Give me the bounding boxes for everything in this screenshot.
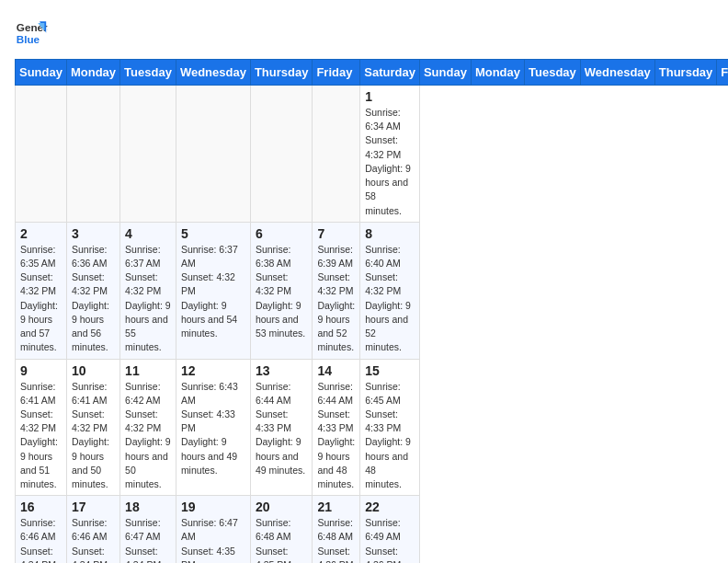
calendar-week-row: 16Sunrise: 6:46 AMSunset: 4:34 PMDayligh… [16,496,729,563]
day-number: 2 [20,226,62,241]
day-info: Sunrise: 6:42 AMSunset: 4:32 PMDaylight:… [125,380,171,492]
calendar-cell: 1Sunrise: 6:34 AMSunset: 4:32 PMDaylight… [360,86,420,223]
day-info: Sunrise: 6:38 AMSunset: 4:32 PMDaylight:… [256,243,308,341]
calendar-table: SundayMondayTuesdayWednesdayThursdayFrid… [15,59,728,563]
calendar-cell [16,86,67,223]
day-number: 4 [125,226,171,241]
day-number: 7 [317,226,355,241]
day-number: 8 [365,226,415,241]
calendar-cell: 20Sunrise: 6:48 AMSunset: 4:35 PMDayligh… [250,496,313,563]
day-number: 15 [365,363,415,378]
weekday-header-sunday: Sunday [16,60,67,86]
calendar-cell: 8Sunrise: 6:40 AMSunset: 4:32 PMDaylight… [360,222,420,359]
calendar-cell: 21Sunrise: 6:48 AMSunset: 4:36 PMDayligh… [313,496,360,563]
day-number: 11 [125,363,171,378]
day-number: 20 [256,500,308,514]
day-number: 19 [181,500,245,514]
weekday-header-friday: Friday [313,60,360,86]
calendar-cell: 18Sunrise: 6:47 AMSunset: 4:34 PMDayligh… [120,496,176,563]
day-number: 3 [72,226,115,241]
day-number: 16 [20,500,62,514]
calendar-cell: 12Sunrise: 6:43 AMSunset: 4:33 PMDayligh… [176,359,250,496]
logo-icon: General Blue [15,15,48,48]
calendar-week-row: 2Sunrise: 6:35 AMSunset: 4:32 PMDaylight… [16,222,729,359]
calendar-cell: 19Sunrise: 6:47 AMSunset: 4:35 PMDayligh… [176,496,250,563]
calendar-cell [66,86,119,223]
weekday-header-tuesday: Tuesday [525,60,581,86]
page-header: General Blue [15,15,713,48]
weekday-header-tuesday: Tuesday [120,60,176,86]
calendar-cell: 4Sunrise: 6:37 AMSunset: 4:32 PMDaylight… [120,222,176,359]
day-number: 1 [365,89,415,104]
day-number: 13 [256,363,308,378]
day-info: Sunrise: 6:46 AMSunset: 4:34 PMDaylight:… [72,516,115,563]
weekday-header-sunday: Sunday [419,60,471,86]
calendar-cell: 9Sunrise: 6:41 AMSunset: 4:32 PMDaylight… [16,359,67,496]
calendar-cell: 16Sunrise: 6:46 AMSunset: 4:34 PMDayligh… [16,496,67,563]
weekday-header-monday: Monday [471,60,524,86]
day-info: Sunrise: 6:49 AMSunset: 4:36 PMDaylight:… [365,516,415,563]
day-number: 10 [72,363,115,378]
day-info: Sunrise: 6:44 AMSunset: 4:33 PMDaylight:… [317,380,355,492]
weekday-header-wednesday: Wednesday [580,60,654,86]
calendar-cell: 2Sunrise: 6:35 AMSunset: 4:32 PMDaylight… [16,222,67,359]
day-number: 6 [256,226,308,241]
calendar-cell: 14Sunrise: 6:44 AMSunset: 4:33 PMDayligh… [313,359,360,496]
calendar-cell: 22Sunrise: 6:49 AMSunset: 4:36 PMDayligh… [360,496,420,563]
weekday-header-saturday: Saturday [360,60,420,86]
weekday-header-friday: Friday [717,60,728,86]
day-info: Sunrise: 6:39 AMSunset: 4:32 PMDaylight:… [317,243,355,355]
day-number: 22 [365,500,415,514]
calendar-cell: 7Sunrise: 6:39 AMSunset: 4:32 PMDaylight… [313,222,360,359]
calendar-cell [250,86,313,223]
calendar-week-row: 1Sunrise: 6:34 AMSunset: 4:32 PMDaylight… [16,86,729,223]
day-info: Sunrise: 6:43 AMSunset: 4:33 PMDaylight:… [181,380,245,478]
calendar-cell [313,86,360,223]
day-info: Sunrise: 6:34 AMSunset: 4:32 PMDaylight:… [365,106,415,218]
calendar-cell: 6Sunrise: 6:38 AMSunset: 4:32 PMDaylight… [250,222,313,359]
calendar-week-row: 9Sunrise: 6:41 AMSunset: 4:32 PMDaylight… [16,359,729,496]
day-info: Sunrise: 6:47 AMSunset: 4:34 PMDaylight:… [125,516,171,563]
calendar-cell [120,86,176,223]
day-info: Sunrise: 6:41 AMSunset: 4:32 PMDaylight:… [20,380,62,492]
day-number: 12 [181,363,245,378]
calendar-cell: 11Sunrise: 6:42 AMSunset: 4:32 PMDayligh… [120,359,176,496]
svg-text:Blue: Blue [17,33,40,45]
calendar-cell [176,86,250,223]
day-number: 14 [317,363,355,378]
day-number: 18 [125,500,171,514]
day-info: Sunrise: 6:37 AMSunset: 4:32 PMDaylight:… [181,243,245,341]
calendar-cell: 3Sunrise: 6:36 AMSunset: 4:32 PMDaylight… [66,222,119,359]
day-info: Sunrise: 6:46 AMSunset: 4:34 PMDaylight:… [20,516,62,563]
day-info: Sunrise: 6:44 AMSunset: 4:33 PMDaylight:… [256,380,308,478]
calendar-cell: 17Sunrise: 6:46 AMSunset: 4:34 PMDayligh… [66,496,119,563]
day-info: Sunrise: 6:47 AMSunset: 4:35 PMDaylight:… [181,516,245,563]
weekday-header-thursday: Thursday [250,60,313,86]
day-info: Sunrise: 6:36 AMSunset: 4:32 PMDaylight:… [72,243,115,355]
day-number: 21 [317,500,355,514]
calendar-cell: 10Sunrise: 6:41 AMSunset: 4:32 PMDayligh… [66,359,119,496]
day-info: Sunrise: 6:45 AMSunset: 4:33 PMDaylight:… [365,380,415,492]
calendar-header-row: SundayMondayTuesdayWednesdayThursdayFrid… [16,60,729,86]
day-number: 5 [181,226,245,241]
day-info: Sunrise: 6:48 AMSunset: 4:35 PMDaylight:… [256,516,308,563]
day-info: Sunrise: 6:48 AMSunset: 4:36 PMDaylight:… [317,516,355,563]
day-info: Sunrise: 6:41 AMSunset: 4:32 PMDaylight:… [72,380,115,492]
calendar-cell: 13Sunrise: 6:44 AMSunset: 4:33 PMDayligh… [250,359,313,496]
weekday-header-wednesday: Wednesday [176,60,250,86]
calendar-cell: 15Sunrise: 6:45 AMSunset: 4:33 PMDayligh… [360,359,420,496]
weekday-header-thursday: Thursday [654,60,717,86]
day-number: 9 [20,363,62,378]
day-info: Sunrise: 6:37 AMSunset: 4:32 PMDaylight:… [125,243,171,355]
day-info: Sunrise: 6:40 AMSunset: 4:32 PMDaylight:… [365,243,415,355]
day-number: 17 [72,500,115,514]
logo: General Blue [15,15,48,48]
weekday-header-monday: Monday [66,60,119,86]
day-info: Sunrise: 6:35 AMSunset: 4:32 PMDaylight:… [20,243,62,355]
calendar-cell: 5Sunrise: 6:37 AMSunset: 4:32 PMDaylight… [176,222,250,359]
